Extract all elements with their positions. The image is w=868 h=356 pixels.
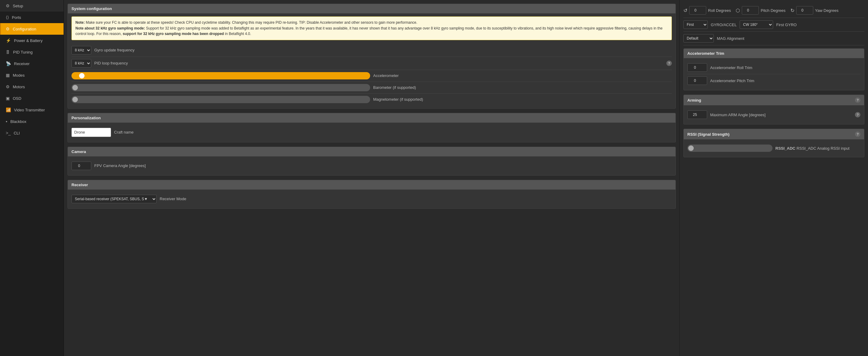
sidebar-item-motors[interactable]: ⚙ Motors [0,81,64,92]
pid-freq-label: PID loop frequency [94,61,663,65]
note-bold: Note about 32 kHz gyro sampling mode: [75,26,145,30]
mag-align-label: MAG Alignment [717,36,744,41]
accelerometer-row: Accelerometer [71,70,672,82]
pitch-degrees-label: Pitch Degrees [761,8,785,13]
system-config-card: System configuration Note: Make sure you… [67,4,676,109]
craft-name-input[interactable] [71,128,111,137]
accelerometer-toggle[interactable] [71,72,370,80]
cli-icon: >_ [6,130,11,136]
arming-help-icon[interactable]: ? [855,97,860,103]
pid-freq-help-icon[interactable]: ? [666,61,672,66]
accelerometer-label: Accelerometer [373,73,672,78]
note-box: Note: Make sure your FC is able to opera… [71,17,672,40]
rssi-header: RSSI (Signal Strength) ? [684,129,864,139]
barometer-label: Barometer (if supported) [373,85,672,90]
roll-icon: ↺ [683,8,687,13]
gyro-freq-select[interactable]: 8 kHz 4 kHz 2 kHz 1 kHz [71,46,91,55]
yaw-icon: ↻ [790,8,795,13]
gyro-type-label: GYRO/ACCEL [711,23,737,27]
sidebar: ⚙ Setup ⟨⟩ Ports ⚙ Configuration ⚡ Power… [0,0,64,356]
ports-icon: ⟨⟩ [6,15,9,20]
accel-pitch-trim-label: Accelerometer Pitch Trim [710,79,860,83]
sidebar-item-cli[interactable]: >_ CLI [0,127,64,139]
sidebar-item-configuration[interactable]: ⚙ Configuration [0,23,64,35]
rssi-adc-toggle[interactable] [687,145,773,152]
receiver-section-card: Receiver Serial-based receiver (SPEKSAT,… [67,180,676,209]
arming-header: Arming ? [684,95,864,105]
accel-pitch-trim-row: Accelerometer Pitch Trim [687,74,860,87]
system-config-body: Note: Make sure your FC is able to opera… [68,13,676,108]
pitch-degrees-input[interactable] [742,6,759,14]
note-text: Make sure your FC is able to operate at … [86,20,417,25]
pid-icon: 🎛 [6,50,10,55]
sidebar-item-power-battery[interactable]: ⚡ Power & Battery [0,35,64,46]
mag-align-row: Default CW 0° CW 90° CW 180° CW 270° MAG… [683,32,864,45]
camera-body: FPV Camera Angle [degrees] [68,156,676,175]
yaw-degrees-label: Yaw Degrees [815,8,838,13]
sidebar-item-video-transmitter[interactable]: 📶 Video Transmitter [0,104,64,116]
pid-freq-row: 8 kHz 4 kHz 2 kHz 1 kHz PID loop frequen… [71,57,672,70]
barometer-toggle[interactable] [71,84,370,91]
sidebar-item-ports[interactable]: ⟨⟩ Ports [0,11,64,23]
accel-pitch-trim-input[interactable] [687,77,707,85]
magnetometer-row: Magnetometer (if supported) [71,94,672,105]
receiver-section-header: Receiver [68,180,676,189]
sidebar-item-receiver[interactable]: 📡 Receiver [0,58,64,69]
accel-trim-body: Accelerometer Roll Trim Accelerometer Pi… [684,58,864,90]
blackbox-icon: ▪ [6,119,7,124]
mag-align-select[interactable]: Default CW 0° CW 90° CW 180° CW 270° [683,34,714,42]
arming-card: Arming ? Maximum ARM Angle [degrees] ? [683,95,864,124]
accel-trim-card: Accelerometer Trim Accelerometer Roll Tr… [683,49,864,90]
sidebar-item-modes[interactable]: ▦ Modes [0,69,64,81]
rotation-select[interactable]: CW 0° CW 90° CW 180° CW 270° CCW 0° CCW … [740,20,773,29]
sidebar-item-blackbox[interactable]: ▪ Blackbox [0,116,64,127]
rssi-adc-row: RSSI_ADC RSSI_ADC Analog RSSI input [687,142,860,154]
rssi-body: RSSI_ADC RSSI_ADC Analog RSSI input [684,139,864,157]
roll-degrees-input[interactable] [689,6,706,14]
accel-trim-header: Accelerometer Trim [684,49,864,58]
roll-degrees-label: Roll Degrees [708,8,731,13]
sidebar-item-pid-tuning[interactable]: 🎛 PID Tuning [0,46,64,58]
yaw-degree-item: ↻ Yaw Degrees [790,6,838,14]
system-config-header: System configuration [68,4,676,13]
note-end: in Betaflight 4.0. [225,32,251,36]
yaw-degrees-input[interactable] [796,6,813,14]
max-arm-angle-input[interactable] [687,111,707,119]
pitch-icon: ⬡ [736,8,740,13]
sidebar-item-setup[interactable]: ⚙ Setup [0,0,64,11]
magnetometer-toggle[interactable] [71,96,370,103]
gyro-order-select[interactable]: First Second [683,20,708,29]
personalization-header: Personalization [68,113,676,123]
accel-roll-trim-input[interactable] [687,63,707,72]
gyro-freq-row: 8 kHz 4 kHz 2 kHz 1 kHz Gyro update freq… [71,44,672,57]
sidebar-item-osd[interactable]: ▣ OSD [0,92,64,104]
receiver-icon: 📡 [6,61,11,66]
gyro-freq-label: Gyro update frequency [94,48,672,52]
modes-icon: ▦ [6,73,10,78]
receiver-mode-row: Serial-based receiver (SPEKSAT, SBUS, S▼… [71,192,672,205]
craft-name-label: Craft name [114,130,672,135]
rssi-adc-label: RSSI_ADC RSSI_ADC Analog RSSI input [776,146,861,151]
camera-header: Camera [68,147,676,156]
magnetometer-label: Magnetometer (if supported) [373,97,672,101]
receiver-mode-select[interactable]: Serial-based receiver (SPEKSAT, SBUS, S▼ [71,195,157,203]
personalization-card: Personalization Craft name [67,113,676,142]
accel-roll-trim-label: Accelerometer Roll Trim [710,65,860,70]
camera-card: Camera FPV Camera Angle [degrees] [67,147,676,176]
roll-degree-item: ↺ Roll Degrees [683,6,731,14]
note-bold2: support for 32 kHz gyro sampling mode ha… [123,32,224,36]
accel-roll-trim-row: Accelerometer Roll Trim [687,61,860,74]
max-arm-angle-row: Maximum ARM Angle [degrees] ? [687,108,860,121]
personalization-body: Craft name [68,123,676,142]
barometer-row: Barometer (if supported) [71,82,672,94]
degrees-row: ↺ Roll Degrees ⬡ Pitch Degrees ↻ Yaw Deg… [683,4,864,18]
rssi-help-icon[interactable]: ? [855,131,860,137]
note-title: Note: [75,20,85,25]
rssi-card: RSSI (Signal Strength) ? RSSI_ADC RSSI_A… [683,129,864,157]
receiver-section-body: Serial-based receiver (SPEKSAT, SBUS, S▼… [68,189,676,208]
pitch-degree-item: ⬡ Pitch Degrees [736,6,785,14]
max-arm-angle-help-icon[interactable]: ? [855,112,860,117]
fpv-angle-input[interactable] [71,161,91,170]
left-panel: System configuration Note: Make sure you… [64,0,679,356]
pid-freq-select[interactable]: 8 kHz 4 kHz 2 kHz 1 kHz [71,59,91,67]
